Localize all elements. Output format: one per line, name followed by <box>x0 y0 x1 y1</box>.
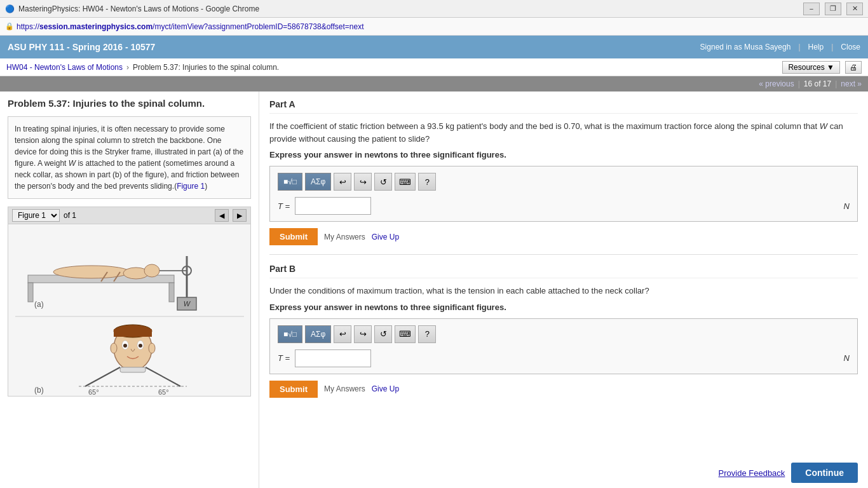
left-panel: Problem 5.37: Injuries to the spinal col… <box>0 92 259 488</box>
problem-text-content: In treating spinal injuries, it is often… <box>15 125 243 191</box>
figure-prev-button[interactable]: ◀ <box>215 209 229 222</box>
part-b-my-answers: My Answers <box>324 384 365 393</box>
svg-text:(a): (a) <box>34 300 44 309</box>
svg-line-26 <box>85 367 120 386</box>
part-b-answer-box: ■√□ ΑΣφ ↩ ↪ ↺ ⌨ ? T = N <box>269 318 858 374</box>
part-b-answer-input[interactable] <box>295 349 371 367</box>
main-layout: Problem 5.37: Injuries to the spinal col… <box>0 92 868 488</box>
part-a-unit: N <box>844 201 850 211</box>
svg-point-24 <box>149 343 155 353</box>
position-text: 16 of 17 <box>804 79 831 88</box>
close-button[interactable]: ✕ <box>846 3 863 15</box>
figure-svg: W (a) <box>9 224 250 396</box>
part-a-answer-input[interactable] <box>295 197 371 215</box>
problem-title: Problem 5.37: Injuries to the spinal col… <box>8 98 251 109</box>
part-b-math-toolbar: ■√□ ΑΣφ ↩ ↪ ↺ ⌨ ? <box>278 325 850 343</box>
app-title: ASU PHY 111 - Spring 2016 - 10577 <box>8 42 155 52</box>
svg-point-21 <box>123 344 127 348</box>
svg-point-5 <box>144 264 159 277</box>
svg-text:65°: 65° <box>88 388 99 396</box>
part-b-sqrt-button[interactable]: ■√□ <box>278 325 302 343</box>
previous-link[interactable]: « previous <box>759 79 794 88</box>
breadcrumb-arrow: › <box>126 63 129 72</box>
close-link[interactable]: Close <box>841 43 860 51</box>
figure-next-button[interactable]: ▶ <box>233 209 247 222</box>
part-a-answer-box: ■√□ ΑΣφ ↩ ↪ ↺ ⌨ ? T = N <box>269 166 858 222</box>
breadcrumb-bar: HW04 - Newton's Laws of Motions › Proble… <box>0 58 868 76</box>
part-a-keyboard-button[interactable]: ⌨ <box>395 173 416 191</box>
figure-panel: Figure 1 of 1 ◀ ▶ <box>8 207 251 396</box>
continue-button[interactable]: Continue <box>791 463 858 483</box>
part-b-unit: N <box>844 353 850 363</box>
footer: Provide Feedback Continue <box>709 458 868 488</box>
print-button[interactable]: 🖨 <box>845 61 862 74</box>
svg-rect-18 <box>114 329 152 337</box>
figure-select[interactable]: Figure 1 <box>12 209 60 222</box>
part-a-express: Express your answer in newtons to three … <box>269 150 858 159</box>
part-b-question: Under the conditions of maximum traction… <box>269 285 858 297</box>
breadcrumb: HW04 - Newton's Laws of Motions › Proble… <box>6 63 279 72</box>
svg-rect-1 <box>28 283 33 302</box>
part-b-undo-button[interactable]: ↩ <box>334 325 351 343</box>
part-b-section: Part B Under the conditions of maximum t… <box>269 264 858 398</box>
title-bar: 🔵 MasteringPhysics: HW04 - Newton's Laws… <box>0 0 868 18</box>
app-header: ASU PHY 111 - Spring 2016 - 10577 Signed… <box>0 36 868 58</box>
browser-icon: 🔵 <box>5 4 15 13</box>
part-b-give-up-link[interactable]: Give Up <box>372 384 399 393</box>
part-b-answer-label: T = <box>278 353 290 363</box>
figure-content: W (a) <box>8 224 250 396</box>
svg-text:65°: 65° <box>158 388 169 396</box>
lock-icon: 🔒 <box>5 22 14 30</box>
right-panel: Part A If the coefficient of static fric… <box>259 92 868 488</box>
breadcrumb-current: Problem 5.37: Injuries to the spinal col… <box>133 63 279 72</box>
svg-rect-2 <box>169 283 174 302</box>
part-a-sqrt-button[interactable]: ■√□ <box>278 173 302 191</box>
breadcrumb-link[interactable]: HW04 - Newton's Laws of Motions <box>6 63 123 72</box>
resources-button[interactable]: Resources ▼ <box>782 61 840 74</box>
part-a-answer-label: T = <box>278 201 290 211</box>
part-b-submit-button[interactable]: Submit <box>269 381 318 398</box>
address-bar: 🔒 https://session.masteringphysics.com/m… <box>0 18 868 36</box>
svg-rect-25 <box>120 367 146 372</box>
feedback-link[interactable]: Provide Feedback <box>719 468 785 478</box>
url-suffix: /myct/itemView?assignmentProblemID=58678… <box>153 22 363 31</box>
part-divider <box>269 254 858 255</box>
part-b-help-button[interactable]: ? <box>418 325 436 343</box>
figure-link[interactable]: Figure 1 <box>177 182 205 191</box>
next-link[interactable]: next » <box>841 79 862 88</box>
part-a-title: Part A <box>269 99 858 114</box>
part-a-reset-button[interactable]: ↺ <box>374 173 392 191</box>
svg-point-23 <box>111 343 117 353</box>
part-a-redo-button[interactable]: ↪ <box>354 173 372 191</box>
part-b-express: Express your answer in newtons to three … <box>269 302 858 312</box>
part-b-action-row: Submit My Answers Give Up <box>269 381 858 398</box>
svg-text:(b): (b) <box>34 386 44 395</box>
svg-point-3 <box>53 266 130 278</box>
url-prefix: https:// <box>17 22 39 31</box>
part-a-give-up-link[interactable]: Give Up <box>372 233 399 241</box>
maximize-button[interactable]: ❐ <box>825 3 841 15</box>
part-b-greek-button[interactable]: ΑΣφ <box>305 325 331 343</box>
part-a-answer-row: T = N <box>278 197 850 215</box>
svg-text:W: W <box>183 300 191 308</box>
problem-text: In treating spinal injuries, it is often… <box>8 116 251 199</box>
part-a-question: If the coefficient of static friction be… <box>269 120 858 145</box>
window-title: MasteringPhysics: HW04 - Newton's Laws o… <box>18 4 803 13</box>
svg-line-27 <box>146 367 180 386</box>
part-a-undo-button[interactable]: ↩ <box>334 173 351 191</box>
figure-toolbar: Figure 1 of 1 ◀ ▶ <box>8 207 250 224</box>
part-b-keyboard-button[interactable]: ⌨ <box>395 325 416 343</box>
part-b-answer-row: T = N <box>278 349 850 367</box>
part-a-section: Part A If the coefficient of static fric… <box>269 99 858 245</box>
part-a-math-toolbar: ■√□ ΑΣφ ↩ ↪ ↺ ⌨ ? <box>278 173 850 191</box>
svg-point-22 <box>139 344 142 348</box>
help-link[interactable]: Help <box>808 43 824 51</box>
url-domain: session.masteringphysics.com <box>39 22 153 31</box>
part-a-submit-button[interactable]: Submit <box>269 228 318 245</box>
minimize-button[interactable]: − <box>803 3 820 15</box>
signed-in-text: Signed in as Musa Sayegh <box>700 43 791 51</box>
part-b-reset-button[interactable]: ↺ <box>374 325 392 343</box>
part-b-redo-button[interactable]: ↪ <box>354 325 372 343</box>
part-a-greek-button[interactable]: ΑΣφ <box>305 173 331 191</box>
part-a-help-button[interactable]: ? <box>418 173 436 191</box>
